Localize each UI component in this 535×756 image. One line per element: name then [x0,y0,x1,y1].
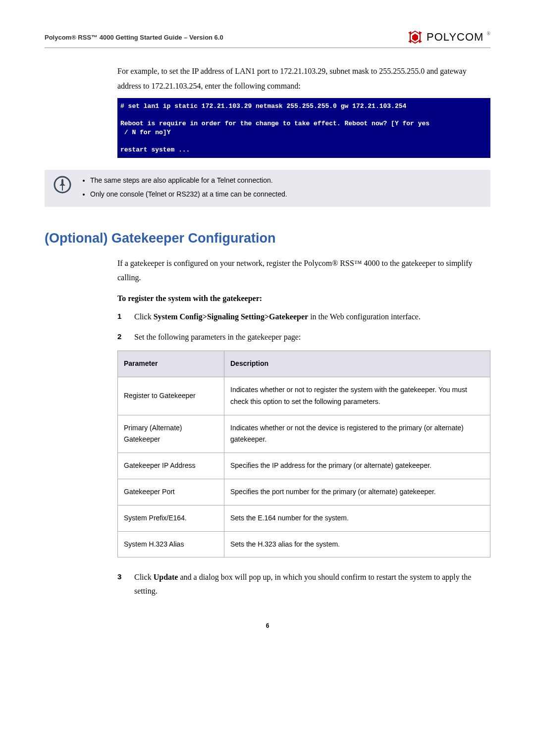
section-intro: If a gatekeeper is configured on your ne… [117,256,490,285]
step1-bold: System Config>Signaling Setting>Gatekeep… [154,312,308,321]
brand-text: POLYCOM [427,31,483,44]
table-cell-desc: Indicates whether or not the device is r… [224,415,490,453]
step-3: 3 Click Update and a dialog box will pop… [117,570,490,597]
table-row: System H.323 Alias Sets the H.323 alias … [118,531,490,557]
table-row: Register to Gatekeeper Indicates whether… [118,377,490,415]
note-box: The same steps are also applicable for a… [45,170,490,206]
table-cell-param: Gatekeeper IP Address [118,453,224,479]
step3-bold: Update [154,573,178,581]
parameter-table: Parameter Description Register to Gateke… [117,351,490,557]
step3-suffix: and a dialog box will pop up, in which y… [134,573,471,595]
table-row: Gatekeeper Port Specifies the port numbe… [118,479,490,505]
step1-suffix: in the Web configuration interface. [308,312,421,321]
console-output: # set lan1 ip static 172.21.103.29 netma… [117,98,490,158]
table-cell-param: Gatekeeper Port [118,479,224,505]
polycom-logo-icon [407,30,424,45]
table-cell-desc: Specifies the port number for the primar… [224,479,490,505]
table-cell-param: System Prefix/E164. [118,505,224,531]
table-cell-param: System H.323 Alias [118,531,224,557]
step3-prefix: Click [134,573,154,581]
note-item: Only one console (Telnet or RS232) at a … [90,189,287,200]
table-head-param: Parameter [118,351,224,377]
step-1: 1 Click System Config>Signaling Setting>… [117,310,490,323]
brand-registered: ® [486,31,490,36]
note-list: The same steps are also applicable for a… [78,175,287,202]
table-cell-param: Register to Gatekeeper [118,377,224,415]
table-row: System Prefix/E164. Sets the E.164 numbe… [118,505,490,531]
section-heading: (Optional) Gatekeeper Configuration [45,231,490,246]
step2-text: Set the following parameters in the gate… [134,330,301,344]
table-row: Primary (Alternate) Gatekeeper Indicates… [118,415,490,453]
brand-logo: POLYCOM ® [407,30,490,45]
intro-paragraph: For example, to set the IP address of LA… [117,64,490,93]
step-2: 2 Set the following parameters in the ga… [117,330,490,344]
note-item: The same steps are also applicable for a… [90,175,287,186]
table-cell-desc: Sets the H.323 alias for the system. [224,531,490,557]
table-row: Gatekeeper IP Address Specifies the IP a… [118,453,490,479]
svg-marker-1 [412,34,418,41]
page-header: Polycom® RSS™ 4000 Getting Started Guide… [45,30,490,48]
step1-prefix: Click [134,312,154,321]
table-cell-param: Primary (Alternate) Gatekeeper [118,415,224,453]
header-title: Polycom® RSS™ 4000 Getting Started Guide… [45,34,223,41]
table-cell-desc: Indicates whether or not to register the… [224,377,490,415]
table-cell-desc: Specifies the IP address for the primary… [224,453,490,479]
note-pin-icon [54,176,71,194]
page-number: 6 [45,622,490,629]
table-cell-desc: Sets the E.164 number for the system. [224,505,490,531]
sub-heading: To register the system with the gatekeep… [117,294,490,303]
table-head-desc: Description [224,351,490,377]
